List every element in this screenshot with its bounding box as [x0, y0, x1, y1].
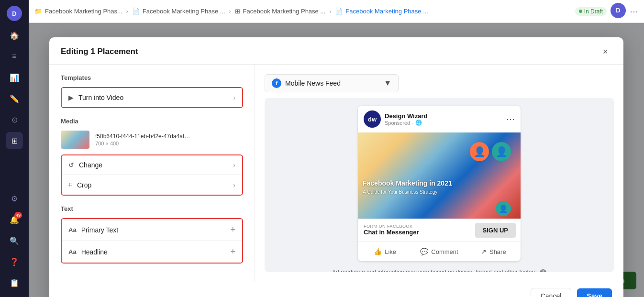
breadcrumb-project: 📁 Facebook Marketing Phas... [34, 8, 122, 15]
page-icon-1: 📄 [132, 8, 140, 15]
info-icon: i [540, 269, 546, 273]
globe-icon: 🌐 [415, 120, 422, 126]
sidebar-item-settings[interactable]: ⚙ [6, 190, 23, 207]
fb-post-image: 👤 👤 Facebook Marketing in 2021 A Guide f… [358, 132, 521, 219]
turn-into-video-item[interactable]: ▶ Turn into Video › [62, 88, 242, 107]
headline-label: Headline [81, 248, 231, 256]
comment-icon: 💬 [420, 248, 428, 255]
breadcrumb-3[interactable]: 📄 Facebook Marketing Phase ... [335, 8, 428, 15]
cancel-button[interactable]: Cancel [531, 288, 572, 297]
breadcrumb-2-label: Facebook Marketing Phase ... [243, 8, 326, 15]
sidebar-item-editor[interactable]: ✏️ [6, 90, 23, 107]
facebook-icon: f [272, 78, 281, 88]
sidebar-item-menu[interactable]: ≡ [6, 48, 23, 65]
more-post-options-icon[interactable]: ⋯ [506, 114, 515, 124]
right-panel: f Mobile News Feed ▼ dw [255, 65, 623, 282]
breadcrumb-2[interactable]: ⊞ Facebook Marketing Phase ... [235, 8, 326, 15]
fb-share-button[interactable]: ↗ Share [466, 244, 521, 259]
notification-badge: 49 [14, 212, 22, 219]
primary-text-icon: Aa [68, 226, 77, 233]
text-section: Text Aa Primary Text + Aa Headline + [61, 205, 243, 264]
breadcrumb-3-label: Facebook Marketing Phase ... [345, 8, 428, 15]
media-filename: f50b6410-f444-11eb-b42e-47da4afd64... [95, 133, 191, 140]
project-name: Facebook Marketing Phas... [45, 8, 122, 15]
fb-signup-button[interactable]: SIGN UP [475, 223, 516, 238]
sidebar-item-search[interactable]: 🔍 [6, 232, 23, 249]
change-crop-box: ↺ Change › ⌗ Crop › [61, 154, 243, 196]
modal-footer: Cancel Save [49, 282, 623, 297]
facebook-post-preview: dw Design Wizard Sponsored · 🌐 [358, 106, 521, 261]
sidebar-item-grid[interactable]: ⊞ [6, 132, 23, 149]
fb-cta-name: Chat in Messenger [364, 229, 464, 236]
page-icon-2: ⊞ [235, 8, 240, 15]
person-icon-teal: 👤 [492, 142, 511, 161]
folder-icon: 📁 [34, 8, 42, 15]
like-label: Like [385, 248, 396, 255]
left-panel: Templates ▶ Turn into Video › Media [49, 65, 255, 282]
fb-post-header: dw Design Wizard Sponsored · 🌐 [358, 106, 521, 132]
top-bar-right: In Draft D ⋯ [575, 3, 638, 20]
breadcrumb-1[interactable]: 📄 Facebook Marketing Phase ... [132, 8, 225, 15]
placement-dropdown-icon: ▼ [384, 79, 391, 88]
close-button[interactable]: × [599, 45, 612, 58]
media-section-title: Media [61, 118, 243, 125]
change-item[interactable]: ↺ Change › [62, 155, 242, 175]
fb-page-avatar: dw [364, 110, 381, 128]
modal-title: Editing 1 Placement [61, 47, 138, 56]
app-background: D 🏠 ≡ 📊 ✏️ ⊙ ⊞ ⚙ 🔔 49 🔍 ❓ 📋 📁 Facebook M… [0, 0, 644, 297]
save-button[interactable]: Save [577, 288, 612, 297]
breadcrumb-sep-1: › [126, 8, 128, 15]
sidebar-item-circle[interactable]: ⊙ [6, 111, 23, 128]
primary-text-item[interactable]: Aa Primary Text + [62, 219, 242, 241]
fb-post-meta: Design Wizard Sponsored · 🌐 [385, 112, 427, 126]
breadcrumb-1-label: Facebook Marketing Phase ... [143, 8, 225, 15]
sponsored-text: Sponsored [385, 120, 410, 126]
media-section: Media f50b6410-f444-11eb-b42e-47da4afd64… [61, 118, 243, 196]
template-item-box: ▶ Turn into Video › [61, 87, 243, 108]
page-icon-3: 📄 [335, 8, 343, 15]
placement-selector[interactable]: f Mobile News Feed ▼ [265, 74, 399, 92]
breadcrumb-sep-2: › [229, 8, 231, 15]
person-icon-bottom: 👤 [496, 201, 511, 216]
templates-section: Templates ▶ Turn into Video › [61, 74, 243, 108]
status-text: In Draft [584, 8, 603, 15]
fb-actions: 👍 Like 💬 Comment ↗ Sha [358, 242, 521, 261]
fb-post-sponsored: Sponsored · 🌐 [385, 120, 427, 126]
share-icon: ↗ [481, 248, 487, 255]
sidebar-item-home[interactable]: 🏠 [6, 27, 23, 44]
text-section-title: Text [61, 205, 243, 212]
add-headline-icon[interactable]: + [230, 247, 235, 257]
user-avatar[interactable]: D [611, 3, 626, 18]
templates-section-title: Templates [61, 74, 243, 81]
video-icon: ▶ [68, 94, 74, 101]
crop-item[interactable]: ⌗ Crop › [62, 175, 242, 195]
crop-chevron-icon: › [233, 181, 235, 189]
sidebar-item-help[interactable]: ❓ [6, 253, 23, 270]
status-dot [579, 10, 582, 13]
text-items-box: Aa Primary Text + Aa Headline + [61, 218, 243, 264]
fb-image-headline: Facebook Marketing in 2021 [363, 179, 516, 187]
media-dimensions: 700 × 400 [95, 141, 243, 146]
more-options-icon[interactable]: ⋯ [630, 6, 638, 17]
headline-item[interactable]: Aa Headline + [62, 241, 242, 263]
top-bar: 📁 Facebook Marketing Phas... › 📄 Faceboo… [29, 0, 644, 23]
sidebar-item-tasks[interactable]: 📋 [6, 274, 23, 291]
fb-image-subtext: A Guide for Your Business Strategy [363, 189, 516, 195]
primary-text-label: Primary Text [81, 226, 231, 234]
page-content: Editing 1 Placement × Templates ▶ Turn i… [29, 23, 644, 297]
media-file-row: f50b6410-f444-11eb-b42e-47da4afd64... 70… [61, 131, 243, 149]
preview-area: dw Design Wizard Sponsored · 🌐 [265, 98, 614, 272]
left-sidebar: D 🏠 ≡ 📊 ✏️ ⊙ ⊞ ⚙ 🔔 49 🔍 ❓ 📋 [0, 0, 29, 297]
fb-cta-left: FORM ON FACEBOOK Chat in Messenger [358, 219, 470, 242]
sidebar-item-analytics[interactable]: 📊 [6, 69, 23, 86]
crop-icon: ⌗ [68, 181, 72, 189]
fb-like-button[interactable]: 👍 Like [358, 244, 412, 259]
fb-comment-button[interactable]: 💬 Comment [412, 244, 466, 259]
avatar[interactable]: D [7, 6, 22, 21]
chevron-right-icon: › [233, 94, 235, 101]
sidebar-item-notifications[interactable]: 🔔 49 [6, 211, 23, 228]
like-icon: 👍 [374, 248, 382, 255]
turn-into-video-label: Turn into Video [78, 94, 233, 101]
add-primary-text-icon[interactable]: + [230, 225, 235, 235]
dot-separator: · [412, 120, 413, 126]
